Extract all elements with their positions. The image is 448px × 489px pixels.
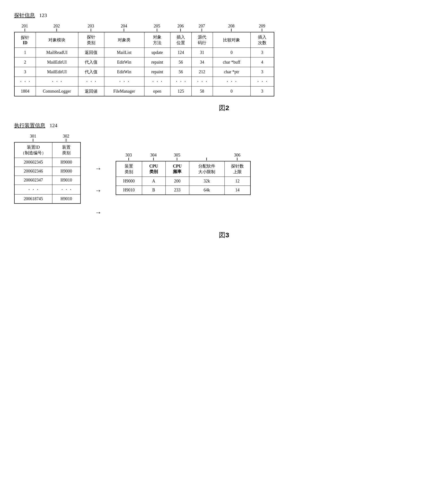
cell-count-3: 3 [250,67,274,77]
exec-info-num: 124 [49,122,57,129]
cell-type-3: 代入值 [78,67,104,77]
cell-id-2: 2 [14,58,36,67]
cell-count-dots: ・・・ [250,77,274,86]
probe-table-section: 201 202 203 204 205 [14,24,434,96]
fig2-label-text: 図2 [219,104,229,112]
col-num-202: 202 [54,24,60,28]
right-cell-type-1: H9000 [116,177,142,186]
col-header-insert-pos: 插入位置 [170,32,192,48]
right-col-probe-limit: 探针数上限 [224,161,250,177]
left-cell-id-1: 200602345 [14,158,52,167]
fig2-label: 図2 [14,104,434,113]
cell-line-1: 31 [192,48,213,58]
right-cell-cpu-type-2: B [142,186,166,195]
arrows-connector: → → → [95,157,102,224]
right-table-header: 装置类别 CPU类别 CPU频率 分配软件大小限制 探针数上限 [116,161,250,177]
cell-type-dots: ・・・ [78,77,104,86]
table-row: 200618745 H9010 [14,195,80,204]
cell-compare-2: char *buff [213,58,250,67]
col-num-206: 206 [177,24,184,28]
cell-pos-2: 56 [170,58,192,67]
cell-module-3: MailEditUI [36,67,78,77]
col-num-201: 201 [22,24,28,28]
left-cell-type-dots: ・・・ [52,185,80,195]
table-row: 3 MailEditUI 代入值 EditWin repaint 56 212 … [14,67,274,77]
arrow-1: → [95,165,102,172]
col-header-target-method: 对象方法 [144,32,170,48]
left-cell-id-3: 200602347 [14,176,52,185]
cell-count-2: 4 [250,58,274,67]
cell-pos-1: 124 [170,48,192,58]
table-row: 2 MailEditUI 代入值 EditWin repaint 56 34 c… [14,58,274,67]
cell-class-1804: FileManager [104,86,144,96]
col-num-203: 203 [88,24,94,28]
right-cell-cpu-freq-1: 200 [166,177,189,186]
probe-info-num: 123 [39,12,47,18]
col-num-207: 207 [199,24,205,28]
left-table-wrapper: 301 302 装置ID（制造编号） 装置类别 200602 [14,134,81,204]
left-col-num-302: 302 [63,134,69,139]
cell-type-2: 代入值 [78,58,104,67]
table-row: 200602345 H9000 [14,158,80,167]
section2-title: 执行装置信息 124 [14,122,434,129]
right-cell-cpu-type-1: A [142,177,166,186]
cell-id-1: 1 [14,48,36,58]
col-header-target-module: 对象模块 [36,32,78,48]
left-table-header: 装置ID（制造编号） 装置类别 [14,142,80,158]
cell-module-2: MailEditUI [36,58,78,67]
cell-class-dots: ・・・ [104,77,144,86]
right-table-wrapper: 303 304 305 306 [116,153,251,195]
cell-pos-dots: ・・・ [170,77,192,86]
left-cell-type-3: H9010 [52,176,80,185]
cell-line-1804: 58 [192,86,213,96]
col-header-probe-type: 探针类别 [78,32,104,48]
cell-method-3: repaint [144,67,170,77]
table-row: H9000 A 200 32k 12 [116,177,250,186]
cell-id-dots: ・・・ [14,77,36,86]
cell-module-1804: CommonLogger [36,86,78,96]
right-cell-sw-size-1: 32k [189,177,224,186]
section2: 执行装置信息 124 301 302 装置ID（制造编号） [14,122,434,240]
cell-module-dots: ・・・ [36,77,78,86]
left-col-num-301: 301 [30,134,36,139]
col-num-204: 204 [121,24,127,28]
cell-line-2: 34 [192,58,213,67]
cell-class-2: EditWin [104,58,144,67]
table-row: 1804 CommonLogger 返回値 FileManager open 1… [14,86,274,96]
table-row: ・・・ ・・・ [14,185,80,195]
cell-line-dots: ・・・ [192,77,213,86]
col-num-205: 205 [154,24,160,28]
probe-table-header: 探针ID 对象模块 探针类别 对象类 对象方法 插入位置 源代码行 比较对象 插… [14,32,274,48]
table-row: H9010 B 233 64k 14 [116,186,250,195]
left-table: 装置ID（制造编号） 装置类别 200602345 H9000 20060234… [14,142,81,204]
cell-compare-1804: 0 [213,86,250,96]
cell-id-3: 3 [14,67,36,77]
left-cell-id-dots: ・・・ [14,185,52,195]
cell-count-1: 3 [250,48,274,58]
col-num-209: 209 [259,24,265,28]
cell-type-1804: 返回値 [78,86,104,96]
right-col-device-type: 装置类别 [116,161,142,177]
cell-module-1: MailReadUI [36,48,78,58]
right-col-num-306: 306 [234,153,240,157]
probe-info-label: 探针信息 [14,12,35,19]
right-col-num-304: 304 [150,153,157,157]
right-col-num-303: 303 [126,153,132,157]
section1-title: 探针信息 123 [14,12,434,19]
cell-compare-3: char *ptr [213,67,250,77]
cell-line-3: 212 [192,67,213,77]
left-col-device-id: 装置ID（制造编号） [14,142,52,158]
arrow-2: → [95,187,102,194]
right-col-cpu-type: CPU类别 [142,161,166,177]
left-col-device-type: 装置类别 [52,142,80,158]
table-row: 1 MailReadUI 返回值 MailList update 124 31 … [14,48,274,58]
left-cell-type-last: H9010 [52,195,80,204]
cell-class-3: EditWin [104,67,144,77]
left-cell-type-2: H9000 [52,167,80,176]
cell-method-1804: open [144,86,170,96]
exec-info-label: 执行装置信息 [14,122,45,129]
right-cell-probe-limit-1: 12 [224,177,250,186]
right-cell-probe-limit-2: 14 [224,186,250,195]
section1: 探针信息 123 201 202 203 2 [14,12,434,113]
fig3-label-text: 図3 [219,231,229,239]
